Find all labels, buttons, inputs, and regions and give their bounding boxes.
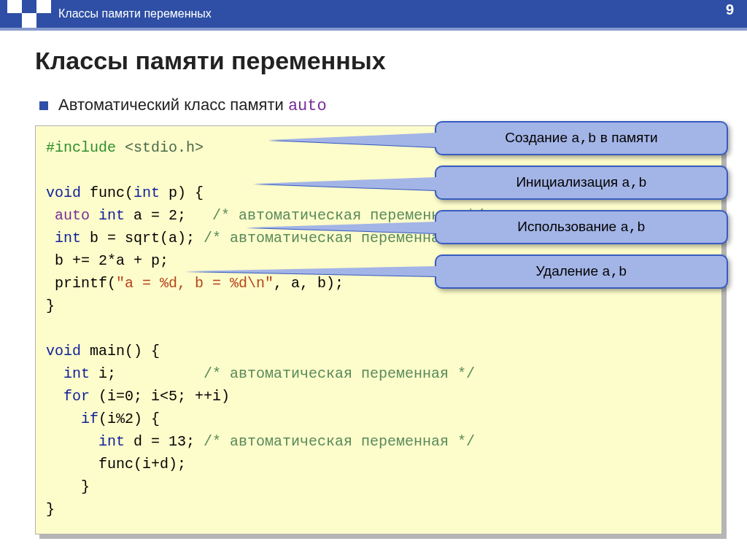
bullet-line: Автоматический класс памяти auto <box>39 96 722 115</box>
callout-init: Инициализация a,b <box>435 166 728 200</box>
topbar: Классы памяти переменных 9 <box>0 0 747 28</box>
logo-squares <box>0 0 51 28</box>
callout-use: Использование a,b <box>435 210 728 244</box>
page-number: 9 <box>726 0 747 28</box>
slide-title: Классы памяти переменных <box>35 47 722 75</box>
callout-create: Создание a,b в памяти <box>435 121 728 155</box>
breadcrumb: Классы памяти переменных <box>51 0 726 28</box>
code-block: #include <stdio.h> void func(int p) { au… <box>35 125 722 534</box>
bullet-text: Автоматический класс памяти <box>58 96 288 114</box>
bullet-square-icon <box>39 101 48 110</box>
callout-delete: Удаление a,b <box>435 254 728 289</box>
callouts: Создание a,b в памяти Инициализация a,b … <box>435 121 728 289</box>
bullet-keyword: auto <box>288 97 327 115</box>
